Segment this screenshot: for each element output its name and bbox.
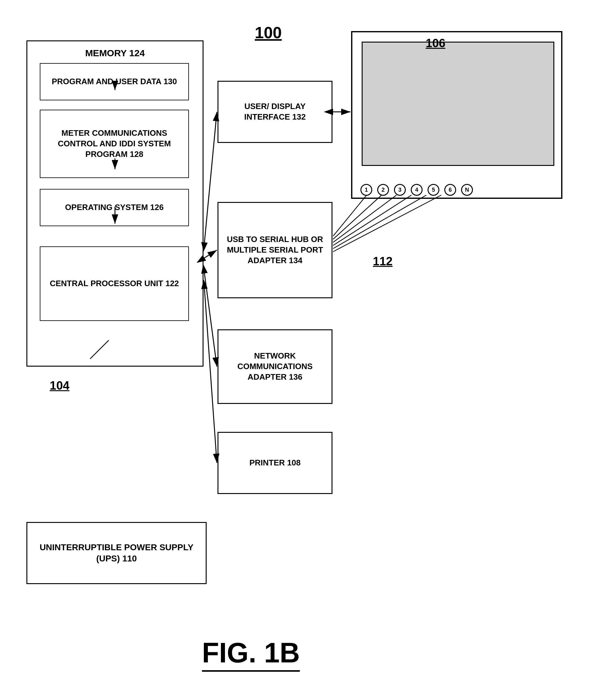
cpu-box: CENTRAL PROCESSOR UNIT 122 xyxy=(40,246,189,321)
cpu-label: CENTRAL PROCESSOR UNIT 122 xyxy=(50,278,179,289)
port-1: 1 xyxy=(361,184,372,196)
port-4: 4 xyxy=(411,184,422,196)
cable-6 xyxy=(333,195,441,252)
line-cpu-to-user xyxy=(205,112,217,242)
figure-label: FIG. 1B xyxy=(202,637,300,672)
meter-comm-label: METER COMMUNICATIONS CONTROL AND IDDI SY… xyxy=(43,128,186,159)
line-cpu-to-net xyxy=(205,274,217,367)
monitor-screen xyxy=(362,42,554,166)
os-label: OPERATING SYSTEM 126 xyxy=(65,202,163,213)
port-5: 5 xyxy=(428,184,439,196)
port-circles: 1 2 3 4 5 6 N xyxy=(361,184,473,196)
network-comm-box: NETWORK COMMUNICATIONS ADAPTER 136 xyxy=(218,329,332,404)
port-n: N xyxy=(461,184,473,196)
meter-comm-box: METER COMMUNICATIONS CONTROL AND IDDI SY… xyxy=(40,110,189,178)
program-data-box: PROGRAM AND USER DATA 130 xyxy=(40,63,189,100)
line-cpu-to-usb xyxy=(205,250,217,258)
cable-2 xyxy=(333,195,382,239)
user-display-box: USER/ DISPLAY INTERFACE 132 xyxy=(218,81,332,143)
cable-4 xyxy=(333,195,412,245)
memory-label: MEMORY 124 xyxy=(85,47,145,59)
diagram-title: 100 xyxy=(255,23,282,42)
ref-112: 112 xyxy=(373,255,393,268)
network-comm-label: NETWORK COMMUNICATIONS ADAPTER 136 xyxy=(222,351,328,382)
os-box: OPERATING SYSTEM 126 xyxy=(40,189,189,226)
monitor-outer xyxy=(351,31,562,199)
usb-serial-label: USB TO SERIAL HUB OR MULTIPLE SERIAL POR… xyxy=(222,234,328,266)
ups-label: UNINTERRUPTIBLE POWER SUPPLY (UPS) 110 xyxy=(31,542,203,564)
program-data-label: PROGRAM AND USER DATA 130 xyxy=(52,76,177,87)
port-2: 2 xyxy=(377,184,389,196)
printer-label: PRINTER 108 xyxy=(249,458,301,468)
cable-5 xyxy=(333,195,426,248)
usb-serial-box: USB TO SERIAL HUB OR MULTIPLE SERIAL POR… xyxy=(218,202,332,298)
user-display-label: USER/ DISPLAY INTERFACE 132 xyxy=(222,101,328,122)
cable-3 xyxy=(333,195,397,242)
ref-106: 106 xyxy=(426,37,445,50)
port-3: 3 xyxy=(394,184,406,196)
ref-104: 104 xyxy=(50,379,69,392)
line-cpu-to-printer xyxy=(205,289,217,463)
port-6: 6 xyxy=(444,184,456,196)
ups-box: UNINTERRUPTIBLE POWER SUPPLY (UPS) 110 xyxy=(27,522,207,584)
cable-1 xyxy=(333,195,367,236)
computer-system-box: MEMORY 124 PROGRAM AND USER DATA 130 MET… xyxy=(27,40,204,367)
printer-box: PRINTER 108 xyxy=(218,432,332,494)
diagram: 100 MEMORY 124 PROGRAM AND USER DATA 130… xyxy=(0,0,609,700)
